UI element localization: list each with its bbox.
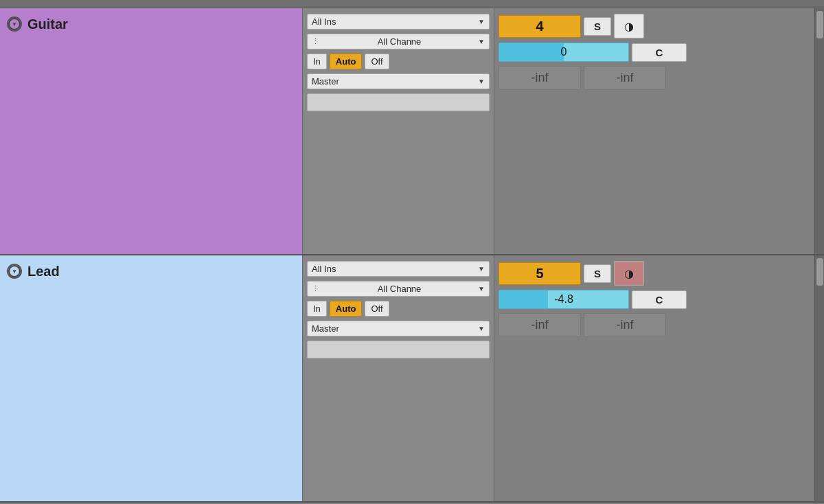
track-name-lead: Lead [27,264,60,279]
input-dropdown-guitar[interactable]: All Ins ▼ [307,14,490,30]
collapse-icon-guitar [8,18,21,30]
auto-button-lead[interactable]: Auto [330,301,363,317]
input-dropdown-label: All Ins [312,16,336,27]
channel-dropdown-label: All Channe [378,284,422,294]
inf-display-right-lead: -inf [584,313,666,337]
track-name-guitar: Guitar [27,16,68,32]
channel-dropdown-arrow: ▼ [478,285,485,293]
channel-row-lead: ⋮ All Channe ▼ [307,281,490,297]
tracks-container: Guitar All Ins ▼ ⋮ All Channe ▼ [0,8,824,504]
off-button-lead[interactable]: Off [365,301,389,317]
track-number-row-lead: 5 S ◑ [499,261,810,286]
pan-center-button-guitar[interactable]: C [632,43,687,62]
mode-row-lead: In Auto Off [307,301,490,317]
monitor-button-lead[interactable]: ◑ [614,261,644,286]
scrollbar-thumb-lead[interactable] [816,258,823,286]
pan-value-guitar: 0 [561,46,567,58]
input-dropdown-arrow: ▼ [478,265,485,273]
mode-row-guitar: In Auto Off [307,54,490,69]
scrollbar-thumb-guitar[interactable] [816,11,823,38]
midi-icon-lead: ⋮ [312,284,319,293]
channel-row-guitar: ⋮ All Channe ▼ [307,34,490,49]
output-row-lead: Master ▼ [307,321,490,336]
output-dropdown-arrow: ▼ [478,78,485,85]
empty-row-guitar [307,93,490,111]
monitor-button-guitar[interactable]: ◑ [614,14,644,38]
track-row-guitar: Guitar All Ins ▼ ⋮ All Channe ▼ [0,8,824,255]
track-label-area-guitar: Guitar [0,8,302,254]
input-row-lead: All Ins ▼ [307,261,490,277]
track-number-guitar[interactable]: 4 [499,15,581,38]
inf-row-guitar: -inf -inf [499,66,810,90]
input-dropdown-arrow: ▼ [478,18,485,25]
output-dropdown-guitar[interactable]: Master ▼ [307,73,490,89]
track-controls-lead: All Ins ▼ ⋮ All Channe ▼ In Auto Off [302,255,494,501]
output-dropdown-label: Master [312,323,339,334]
in-button-guitar[interactable]: In [307,54,327,69]
auto-button-guitar[interactable]: Auto [330,54,363,69]
empty-row-lead [307,341,490,358]
collapse-button-lead[interactable] [7,264,22,279]
scrollbar-lead[interactable] [814,255,824,501]
solo-button-lead[interactable]: S [584,264,611,283]
in-button-lead[interactable]: In [307,301,327,317]
pan-fill-lead [499,290,548,308]
input-dropdown-lead[interactable]: All Ins ▼ [307,261,490,277]
output-dropdown-lead[interactable]: Master ▼ [307,321,490,336]
empty-input-lead[interactable] [307,341,490,358]
top-bar [0,0,824,8]
track-row-lead: Lead All Ins ▼ ⋮ All Channe ▼ I [0,255,824,503]
pan-row-guitar: 0 C [499,43,810,62]
track-controls-guitar: All Ins ▼ ⋮ All Channe ▼ In Auto Off [302,8,494,254]
channel-dropdown-label: All Channe [378,36,422,47]
track-number-row-guitar: 4 S ◑ [499,14,810,38]
channel-dropdown-lead[interactable]: ⋮ All Channe ▼ [307,281,490,297]
collapse-icon-lead [8,265,21,277]
output-row-guitar: Master ▼ [307,73,490,89]
pan-display-guitar[interactable]: 0 [499,43,629,62]
inf-row-lead: -inf -inf [499,313,810,337]
pan-display-lead[interactable]: -4.8 [499,290,629,309]
pan-row-lead: -4.8 C [499,290,810,309]
monitor-icon-lead: ◑ [624,267,634,280]
track-meter-guitar: 4 S ◑ 0 C -inf -inf [494,8,814,254]
off-button-guitar[interactable]: Off [365,54,389,69]
input-row-guitar: All Ins ▼ [307,14,490,30]
inf-display-left-guitar: -inf [499,66,581,90]
inf-display-left-lead: -inf [499,313,581,337]
monitor-icon-guitar: ◑ [624,20,634,33]
pan-value-lead: -4.8 [554,293,573,305]
input-dropdown-label: All Ins [312,264,336,274]
scrollbar-guitar[interactable] [814,8,824,254]
track-meter-lead: 5 S ◑ -4.8 C -inf -inf [494,255,814,501]
pan-fill-guitar [499,43,564,61]
empty-input-guitar[interactable] [307,93,490,111]
track-label-area-lead: Lead [0,255,302,501]
output-dropdown-label: Master [312,76,339,87]
channel-dropdown-guitar[interactable]: ⋮ All Channe ▼ [307,34,490,49]
pan-center-button-lead[interactable]: C [632,290,687,309]
midi-icon-guitar: ⋮ [312,37,319,46]
collapse-button-guitar[interactable] [7,16,22,32]
solo-button-guitar[interactable]: S [584,17,611,36]
channel-dropdown-arrow: ▼ [478,38,485,45]
inf-display-right-guitar: -inf [584,66,666,90]
output-dropdown-arrow: ▼ [478,325,485,332]
track-number-lead[interactable]: 5 [499,262,581,285]
